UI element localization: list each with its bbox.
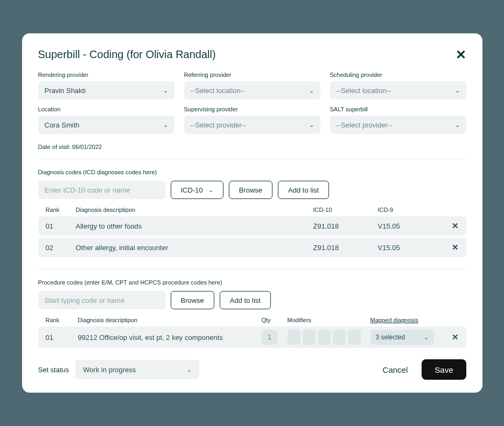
chevron-down-icon: ⌄: [309, 122, 314, 129]
modal-title: Superbill - Coding (for Olivia Randall): [38, 48, 466, 61]
qty-input[interactable]: 1: [262, 330, 278, 345]
rendering-provider-select[interactable]: Pravin Shakti⌄: [38, 81, 174, 100]
modifier-input[interactable]: [348, 330, 361, 345]
procedure-row: 01 99212 Office/op visit, est pt, 2 key …: [38, 326, 466, 348]
col-qty: Qty: [262, 317, 285, 323]
diagnosis-row: 01 Allergy to other foods Z91.018 V15.05…: [38, 216, 466, 236]
modifier-input[interactable]: [318, 330, 331, 345]
footer: Set status Work in progress⌄ Cancel Save: [38, 350, 466, 380]
procedure-section-label: Procedure codes (enter E/M, CPT and HCPC…: [38, 279, 466, 286]
scheduling-provider-label: Scheduling provider: [330, 72, 466, 78]
col-rank: Rank: [46, 207, 76, 213]
col-mapped[interactable]: Mapped diagnosis: [370, 317, 440, 323]
procedure-browse-button[interactable]: Browse: [171, 291, 214, 309]
set-status-label: Set status: [38, 366, 69, 374]
col-desc: Diagnosis descriptipon: [76, 207, 313, 213]
scheduling-provider-select[interactable]: --Select location--⌄: [330, 81, 466, 100]
diagnosis-row: 02 Other allergy, initial encounter Z91.…: [38, 238, 466, 257]
chevron-down-icon: ⌄: [163, 122, 168, 129]
mapped-diagnosis-select[interactable]: 3 selected⌄: [370, 330, 434, 345]
salt-superbill-select[interactable]: --Select provider--⌄: [330, 116, 466, 134]
close-icon[interactable]: ✕: [456, 47, 466, 62]
cancel-button[interactable]: Cancel: [375, 365, 416, 374]
col-desc: Diagnosis descriptipon: [78, 317, 260, 323]
diagnosis-section-label: Diagnosis codes (ICD diagnoses codes her…: [38, 169, 466, 175]
chevron-down-icon: ⌄: [208, 187, 213, 194]
chevron-down-icon: ⌄: [424, 334, 429, 341]
chevron-down-icon: ⌄: [163, 87, 168, 94]
remove-procedure-icon[interactable]: ✕: [443, 332, 459, 342]
modifiers-group: [288, 330, 368, 345]
chevron-down-icon: ⌄: [309, 87, 314, 94]
modifier-input[interactable]: [303, 330, 316, 345]
save-button[interactable]: Save: [422, 359, 466, 380]
diagnosis-code-input[interactable]: [38, 181, 165, 199]
rendering-provider-label: Rendering provider: [38, 72, 174, 78]
col-modifiers: Modifiers: [288, 317, 368, 323]
col-icd9: ICD-9: [378, 207, 443, 213]
col-icd10: ICD-10: [313, 207, 378, 213]
location-select[interactable]: Cora Smith⌄: [38, 116, 174, 134]
supervising-provider-select[interactable]: --Select provider--⌄: [184, 116, 320, 134]
remove-diagnosis-icon[interactable]: ✕: [443, 243, 459, 252]
procedure-add-button[interactable]: Add to list: [220, 291, 271, 309]
diagnosis-browse-button[interactable]: Browse: [229, 181, 272, 199]
chevron-down-icon: ⌄: [455, 87, 460, 94]
col-rank: Rank: [46, 317, 76, 323]
salt-superbill-label: SALT superbill: [330, 106, 466, 112]
referring-provider-select[interactable]: --Select location--⌄: [184, 81, 320, 100]
divider: [38, 159, 466, 159]
chevron-down-icon: ⌄: [187, 366, 192, 373]
provider-grid: Rendering provider Pravin Shakti⌄ Referr…: [38, 72, 466, 134]
date-of-visit: Date of visit: 06/01/2022: [38, 144, 466, 150]
modifier-input[interactable]: [333, 330, 346, 345]
chevron-down-icon: ⌄: [455, 122, 460, 129]
procedure-code-input[interactable]: [38, 291, 165, 309]
supervising-provider-label: Supervising provider: [184, 106, 320, 112]
superbill-modal: ✕ Superbill - Coding (for Olivia Randall…: [22, 33, 482, 393]
modifier-input[interactable]: [288, 330, 300, 345]
remove-diagnosis-icon[interactable]: ✕: [443, 221, 459, 231]
location-label: Location: [38, 106, 174, 112]
diagnosis-add-button[interactable]: Add to list: [278, 181, 329, 199]
divider: [38, 269, 466, 269]
referring-provider-label: Referring provider: [184, 72, 320, 78]
status-select[interactable]: Work in progress⌄: [75, 360, 199, 379]
icd-codeset-select[interactable]: ICD-10⌄: [171, 181, 223, 199]
